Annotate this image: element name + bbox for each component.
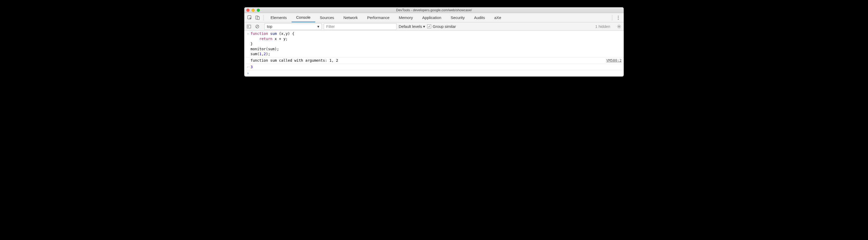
console-toolbar: top ▾ Default levels ▾ ✓ Group similar 1… (244, 22, 624, 31)
gutter (245, 58, 250, 63)
inspect-element-icon[interactable] (246, 14, 254, 22)
minimize-icon[interactable] (252, 8, 255, 12)
console-output: function sum (x,y) { return x + y; } mon… (244, 31, 624, 77)
chevron-down-icon: ▾ (423, 24, 425, 29)
toggle-console-sidebar-icon[interactable] (246, 23, 252, 30)
log-message: function sum called with arguments: 1, 2 (250, 58, 606, 63)
zoom-icon[interactable] (257, 8, 260, 12)
input-chevron-icon (245, 31, 250, 57)
svg-rect-2 (257, 17, 259, 20)
tab-sources[interactable]: Sources (315, 13, 339, 22)
window-title: DevTools - developers.google.com/web/sho… (244, 8, 624, 12)
more-options-icon[interactable] (614, 14, 622, 22)
tab-application[interactable]: Application (417, 13, 446, 22)
levels-label: Default levels (399, 24, 422, 29)
svg-point-9 (619, 26, 620, 27)
tab-performance[interactable]: Performance (363, 13, 394, 22)
window-titlebar: DevTools - developers.google.com/web/sho… (244, 7, 624, 13)
source-link[interactable]: VM580:2 (606, 58, 622, 63)
console-log-entry: function sum called with arguments: 1, 2… (244, 57, 624, 64)
tab-memory[interactable]: Memory (394, 13, 417, 22)
group-similar-label: Group similar (433, 24, 456, 29)
tab-elements[interactable]: Elements (266, 13, 291, 22)
svg-point-5 (618, 19, 619, 20)
console-return-entry: 3 (244, 64, 624, 71)
filter-input[interactable] (324, 23, 397, 30)
close-icon[interactable] (246, 8, 249, 12)
devtools-window: DevTools - developers.google.com/web/sho… (244, 7, 624, 77)
group-similar-checkbox[interactable]: ✓ Group similar (427, 24, 456, 29)
checkbox-icon: ✓ (427, 24, 431, 28)
chevron-down-icon: ▾ (317, 24, 319, 29)
output-chevron-icon (245, 64, 250, 70)
svg-point-3 (618, 16, 619, 17)
svg-rect-0 (248, 16, 251, 19)
tab-network[interactable]: Network (339, 13, 363, 22)
prompt-input[interactable] (250, 71, 622, 76)
tab-console[interactable]: Console (291, 13, 315, 22)
context-label: top (267, 24, 272, 29)
clear-console-icon[interactable] (254, 23, 260, 30)
divider (264, 15, 264, 21)
console-input-entry: function sum (x,y) { return x + y; } mon… (244, 31, 624, 57)
svg-point-4 (618, 17, 619, 18)
hidden-messages-count[interactable]: 1 hidden (595, 24, 610, 29)
tab-axe[interactable]: aXe (490, 13, 506, 22)
log-levels-selector[interactable]: Default levels ▾ (399, 24, 425, 29)
panel-tabbar: Elements Console Sources Network Perform… (244, 13, 624, 22)
return-value: 3 (250, 64, 622, 70)
device-toggle-icon[interactable] (254, 14, 261, 22)
svg-line-8 (256, 26, 258, 28)
execution-context-selector[interactable]: top ▾ (265, 23, 322, 30)
tab-security[interactable]: Security (446, 13, 469, 22)
console-settings-icon[interactable] (616, 23, 622, 30)
svg-rect-6 (247, 25, 251, 28)
divider (612, 15, 612, 21)
code-content: function sum (x,y) { return x + y; } mon… (250, 31, 622, 57)
tab-audits[interactable]: Audits (469, 13, 490, 22)
prompt-chevron-icon (245, 71, 250, 76)
console-prompt[interactable] (244, 70, 624, 77)
